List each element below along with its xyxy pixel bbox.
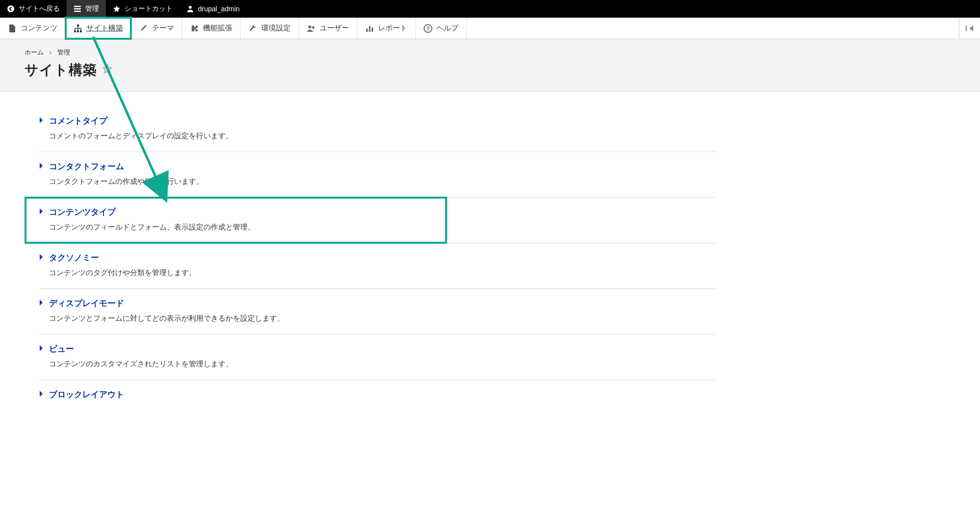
svg-rect-4	[77, 30, 79, 32]
structure-item-views[interactable]: ビュー コンテンツのカスタマイズされたリストを管理します。	[39, 334, 716, 380]
structure-list: コメントタイプ コメントのフォームとディスプレイの設定を行います。 コンタクトフ…	[39, 106, 716, 400]
nav-label: ヘルプ	[436, 24, 458, 33]
nav-appearance[interactable]: テーマ	[131, 18, 182, 39]
breadcrumb-separator: ›	[50, 49, 51, 56]
nav-people[interactable]: ユーザー	[299, 18, 357, 39]
nav-help[interactable]: ? ヘルプ	[416, 18, 467, 39]
svg-point-6	[308, 26, 311, 28]
username-label: drupal_admin	[198, 5, 240, 13]
shortcuts-label: ショートカット	[125, 4, 173, 13]
file-icon	[8, 24, 17, 33]
brush-icon	[139, 24, 148, 33]
nav-label: サイト構築	[86, 24, 123, 33]
svg-rect-3	[74, 30, 76, 32]
nav-label: 環境設定	[261, 24, 291, 33]
people-icon	[307, 24, 316, 33]
user-icon	[186, 5, 194, 13]
annotation-item-highlight	[25, 197, 447, 244]
nav-reports[interactable]: レポート	[357, 18, 416, 39]
chevron-right-icon	[39, 345, 44, 354]
svg-rect-5	[80, 30, 82, 32]
svg-text:?: ?	[427, 26, 430, 31]
top-toolbar: サイトへ戻る 管理 ショートカット drupal_admin	[0, 0, 980, 18]
back-arrow-icon	[7, 5, 15, 13]
svg-rect-10	[372, 27, 373, 32]
hamburger-icon	[74, 5, 81, 13]
item-title: コメントタイプ	[49, 115, 107, 127]
item-description: コンテンツとフォームに対してどの表示が利用できるかを設定します。	[39, 314, 716, 323]
item-description: コンタクトフォームの作成や管理を行います。	[39, 177, 716, 186]
structure-icon	[74, 24, 82, 33]
help-icon: ?	[424, 24, 432, 33]
wrench-icon	[249, 24, 257, 33]
svg-rect-8	[366, 28, 368, 32]
chevron-right-icon	[39, 162, 44, 171]
item-description: コンテンツのカスタマイズされたリストを管理します。	[39, 359, 716, 369]
structure-item-block-layout[interactable]: ブロックレイアウト	[39, 380, 716, 400]
svg-point-7	[312, 26, 315, 28]
item-title: コンタクトフォーム	[49, 161, 124, 172]
bar-chart-icon	[365, 24, 374, 33]
item-title: ビュー	[49, 343, 74, 355]
shortcuts-menu[interactable]: ショートカット	[106, 0, 179, 18]
admin-nav: コンテンツ サイト構築 テーマ 機能拡張 環境設定 ユーザー レポート ? ヘル…	[0, 18, 980, 39]
content-area: コメントタイプ コメントのフォームとディスプレイの設定を行います。 コンタクトフ…	[0, 92, 980, 400]
nav-label: レポート	[378, 24, 407, 33]
chevron-right-icon	[39, 299, 44, 308]
svg-rect-9	[369, 26, 371, 32]
nav-label: ユーザー	[320, 24, 349, 33]
breadcrumb: ホーム › 管理	[25, 48, 955, 57]
nav-label: コンテンツ	[21, 24, 57, 33]
nav-config[interactable]: 環境設定	[241, 18, 299, 39]
page-title: サイト構築	[25, 61, 97, 79]
nav-extend[interactable]: 機能拡張	[182, 18, 241, 39]
user-menu[interactable]: drupal_admin	[179, 0, 247, 18]
back-to-site-link[interactable]: サイトへ戻る	[0, 0, 67, 18]
star-icon	[113, 5, 121, 13]
structure-item-taxonomy[interactable]: タクソノミー コンテンツのタグ付けや分類を管理します。	[39, 243, 716, 289]
breadcrumb-home[interactable]: ホーム	[25, 49, 44, 56]
svg-point-1	[189, 6, 192, 9]
chevron-right-icon	[39, 390, 44, 399]
nav-label: 機能拡張	[203, 24, 232, 33]
structure-item-contact-forms[interactable]: コンタクトフォーム コンタクトフォームの作成や管理を行います。	[39, 152, 716, 198]
collapse-icon	[965, 24, 974, 33]
item-description: コンテンツのタグ付けや分類を管理します。	[39, 268, 716, 278]
page-header: ホーム › 管理 サイト構築	[0, 39, 980, 92]
structure-item-comment-types[interactable]: コメントタイプ コメントのフォームとディスプレイの設定を行います。	[39, 106, 716, 152]
nav-structure[interactable]: サイト構築	[66, 18, 131, 39]
back-to-site-label: サイトへ戻る	[19, 4, 60, 13]
breadcrumb-manage[interactable]: 管理	[57, 49, 70, 56]
nav-label: テーマ	[152, 24, 174, 33]
item-title: ブロックレイアウト	[49, 389, 124, 400]
structure-item-content-types[interactable]: コンテンツタイプ コンテンツのフィールドとフォーム、表示設定の作成と管理。	[39, 198, 716, 243]
item-description: コメントのフォームとディスプレイの設定を行います。	[39, 131, 716, 141]
structure-item-display-modes[interactable]: ディスプレイモード コンテンツとフォームに対してどの表示が利用できるかを設定しま…	[39, 289, 716, 334]
nav-collapse-toggle[interactable]	[959, 18, 980, 39]
item-title: コンテンツタイプ	[49, 206, 116, 218]
chevron-right-icon	[39, 208, 44, 217]
item-description: コンテンツのフィールドとフォーム、表示設定の作成と管理。	[39, 223, 716, 232]
puzzle-icon	[190, 24, 199, 33]
chevron-right-icon	[39, 254, 44, 262]
item-title: ディスプレイモード	[49, 298, 124, 309]
favorite-star-icon[interactable]	[102, 64, 113, 77]
svg-point-0	[7, 5, 14, 12]
nav-content[interactable]: コンテンツ	[0, 18, 66, 39]
item-title: タクソノミー	[49, 252, 99, 263]
chevron-right-icon	[39, 117, 44, 126]
manage-menu[interactable]: 管理	[67, 0, 106, 18]
manage-label: 管理	[85, 4, 99, 13]
svg-rect-2	[77, 25, 79, 26]
